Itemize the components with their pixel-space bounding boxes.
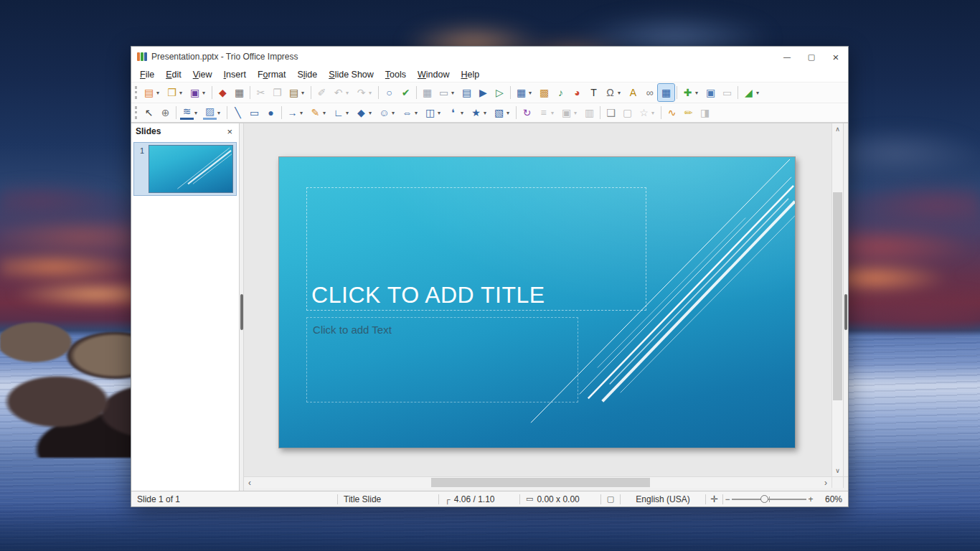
new-slide-button[interactable]: ✚▾ xyxy=(679,84,702,101)
callouts-dropdown-arrow-icon[interactable]: ▾ xyxy=(461,110,466,116)
open-button[interactable]: ❒▾ xyxy=(164,84,187,101)
export-pdf-button[interactable]: ◆ xyxy=(215,84,231,101)
menu-edit[interactable]: Edit xyxy=(160,68,187,81)
curve-button[interactable]: ✎▾ xyxy=(307,104,330,121)
basic-shapes-dropdown-arrow-icon[interactable]: ▾ xyxy=(369,110,374,116)
scroll-right-icon[interactable]: › xyxy=(820,477,831,488)
select-button[interactable]: ↖ xyxy=(141,104,157,121)
insert-image-button[interactable]: ▩ xyxy=(536,84,552,101)
insert-table-dropdown-arrow-icon[interactable]: ▾ xyxy=(529,90,534,96)
paste-dropdown-arrow-icon[interactable]: ▾ xyxy=(301,90,307,96)
new-presentation-dropdown-arrow-icon[interactable]: ▾ xyxy=(156,90,162,96)
minimize-button[interactable]: — xyxy=(775,47,799,67)
print-button[interactable]: ▦ xyxy=(231,84,248,101)
save-button[interactable]: ▣▾ xyxy=(187,84,209,101)
zoom-slider-thumb[interactable] xyxy=(760,495,768,503)
menu-tools[interactable]: Tools xyxy=(380,68,412,81)
block-arrows-button[interactable]: ⇔▾ xyxy=(399,104,422,121)
menu-view[interactable]: View xyxy=(187,68,218,81)
duplicate-slide-button[interactable]: ▣ xyxy=(702,84,719,101)
glue-points-button[interactable]: ✏ xyxy=(680,104,697,121)
vertical-scrollbar[interactable]: ∧ ∨ xyxy=(831,123,843,476)
menu-help[interactable]: Help xyxy=(456,68,486,81)
block-arrows-dropdown-arrow-icon[interactable]: ▾ xyxy=(415,110,420,116)
menu-slide[interactable]: Slide xyxy=(291,68,323,81)
line-color-dropdown-arrow-icon[interactable]: ▾ xyxy=(194,110,200,116)
open-dropdown-arrow-icon[interactable]: ▾ xyxy=(179,90,185,96)
symbol-shapes-button[interactable]: ☺▾ xyxy=(376,104,399,121)
horizontal-scroll-track[interactable] xyxy=(255,477,820,488)
ellipse-button[interactable]: ● xyxy=(263,104,279,121)
insert-fontwork-button[interactable]: A xyxy=(625,84,641,101)
insert-line-button[interactable]: ╲ xyxy=(230,104,246,121)
slide-thumbnail-image[interactable] xyxy=(149,145,233,193)
horizontal-scroll-thumb[interactable] xyxy=(431,478,650,487)
menu-file[interactable]: File xyxy=(134,68,160,81)
title-placeholder-text[interactable]: CLICK TO ADD TITLE xyxy=(307,282,550,310)
special-character-dropdown-arrow-icon[interactable]: ▾ xyxy=(618,90,623,96)
zoom-slider[interactable]: − + xyxy=(723,491,815,507)
curve-dropdown-arrow-icon[interactable]: ▾ xyxy=(323,110,329,116)
flowchart-button[interactable]: ◫▾ xyxy=(422,104,445,121)
fill-color-dropdown-arrow-icon[interactable]: ▾ xyxy=(217,110,223,116)
insert-chart-button[interactable]: ◕ xyxy=(569,84,585,101)
document-modified-status[interactable]: ▢ xyxy=(601,491,620,507)
rectangle-button[interactable]: ▭ xyxy=(246,104,263,121)
zoom-out-icon[interactable]: − xyxy=(723,494,732,504)
find-replace-button[interactable]: ○ xyxy=(381,84,397,101)
insert-media-button[interactable]: ♪ xyxy=(552,84,569,101)
insert-table-button[interactable]: ▦▾ xyxy=(513,84,536,101)
body-text-placeholder[interactable]: Click to add Text xyxy=(306,317,578,402)
slide-layout-status[interactable]: Title Slide xyxy=(338,491,438,507)
display-grid-button[interactable]: ▦ xyxy=(419,84,435,101)
zoom-percentage[interactable]: 60% xyxy=(815,491,848,507)
scroll-up-icon[interactable]: ∧ xyxy=(832,123,843,135)
start-current-slide-button[interactable]: ▷ xyxy=(491,84,508,101)
connectors-button[interactable]: ∟▾ xyxy=(330,104,353,121)
master-slide-button[interactable]: ▤ xyxy=(458,84,475,101)
insert-hyperlink-button[interactable]: ∞ xyxy=(641,84,658,101)
special-character-button[interactable]: Ω▾ xyxy=(602,84,625,101)
draw-functions-dropdown-arrow-icon[interactable]: ▾ xyxy=(756,90,762,96)
menu-window[interactable]: Window xyxy=(412,68,455,81)
zoom-pan-button[interactable]: ⊕ xyxy=(157,104,174,121)
start-first-slide-button[interactable]: ▶ xyxy=(475,84,491,101)
stars-button[interactable]: ★▾ xyxy=(468,104,491,121)
sidebar-splitter-handle[interactable] xyxy=(844,294,847,330)
body-placeholder-text[interactable]: Click to add Text xyxy=(307,318,578,336)
vertical-scroll-thumb[interactable] xyxy=(833,192,842,400)
maximize-button[interactable]: ▢ xyxy=(799,47,824,67)
save-dropdown-arrow-icon[interactable]: ▾ xyxy=(202,90,208,96)
stars-dropdown-arrow-icon[interactable]: ▾ xyxy=(484,110,489,116)
lines-arrows-button[interactable]: →▾ xyxy=(284,104,307,121)
menu-format[interactable]: Format xyxy=(252,68,292,81)
display-guides-button[interactable]: ▭▾ xyxy=(435,84,458,101)
title-bar[interactable]: Presentation.pptx - Trio Office Impress … xyxy=(131,47,848,67)
menu-insert[interactable]: Insert xyxy=(218,68,252,81)
line-color-button[interactable]: ≋▾ xyxy=(179,104,202,121)
insert-textbox-button[interactable]: T xyxy=(585,84,602,101)
horizontal-scrollbar[interactable]: ‹ › xyxy=(244,476,831,488)
vertical-scroll-track[interactable] xyxy=(832,135,843,465)
display-views-button[interactable]: ▦ xyxy=(658,84,674,101)
rotate-button[interactable]: ↻ xyxy=(519,104,535,121)
threed-objects-button[interactable]: ▧▾ xyxy=(491,104,514,121)
slide-1-editing-surface[interactable]: CLICK TO ADD TITLE Click to add Text xyxy=(278,156,796,448)
slides-panel-close-icon[interactable]: × xyxy=(225,126,235,137)
lines-arrows-dropdown-arrow-icon[interactable]: ▾ xyxy=(300,110,306,116)
close-button[interactable]: × xyxy=(824,47,848,67)
menu-slide-show[interactable]: Slide Show xyxy=(323,68,380,81)
edit-points-button[interactable]: ∿ xyxy=(664,104,680,121)
paste-button[interactable]: ▤▾ xyxy=(286,84,308,101)
new-slide-dropdown-arrow-icon[interactable]: ▾ xyxy=(695,90,701,96)
panel-splitter-handle[interactable] xyxy=(240,294,243,330)
basic-shapes-button[interactable]: ◆▾ xyxy=(353,104,376,121)
new-presentation-button[interactable]: ▤▾ xyxy=(141,84,164,101)
symbol-shapes-dropdown-arrow-icon[interactable]: ▾ xyxy=(392,110,397,116)
zoom-slider-track[interactable] xyxy=(732,499,806,500)
connectors-dropdown-arrow-icon[interactable]: ▾ xyxy=(346,110,352,116)
title-placeholder[interactable]: CLICK TO ADD TITLE xyxy=(306,187,646,311)
slide-thumbnail-1[interactable]: 1 xyxy=(133,142,237,196)
scroll-left-icon[interactable]: ‹ xyxy=(244,477,255,488)
language-status[interactable]: English (USA) xyxy=(621,491,705,507)
